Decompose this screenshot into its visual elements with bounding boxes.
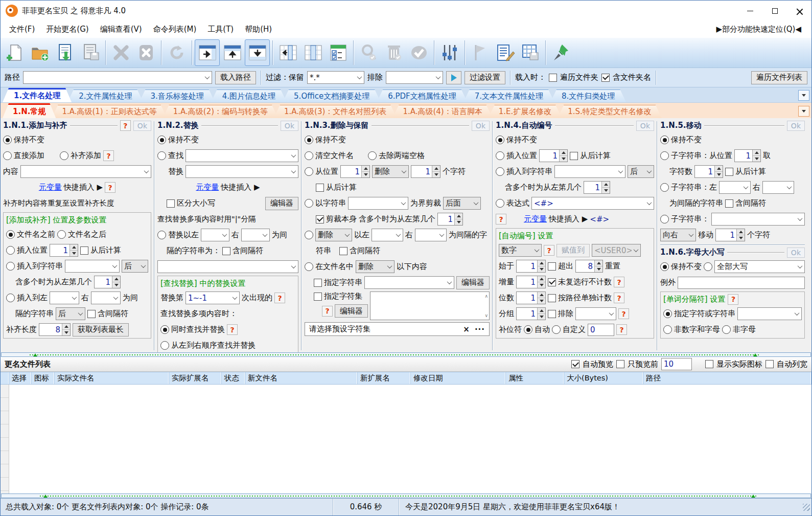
quick-insert-label[interactable]: 快捷插入 ▶ bbox=[221, 183, 260, 192]
menu-start-rename[interactable]: 开始更名(G) bbox=[40, 23, 94, 36]
path-combobox[interactable] bbox=[23, 71, 212, 84]
delete-mode-combobox[interactable]: 删除 bbox=[372, 165, 409, 178]
show-real-icons-label[interactable]: 显示实际图标 bbox=[716, 360, 762, 369]
left-sep-combobox[interactable] bbox=[719, 181, 751, 194]
traverse-folders-label[interactable]: 遍历文件夹 bbox=[560, 73, 598, 82]
digits-spinner[interactable]: 1 bbox=[516, 291, 546, 304]
keep-unchanged-radio[interactable] bbox=[660, 262, 669, 271]
metavar-link[interactable]: 元变量 bbox=[524, 214, 547, 224]
exceed-spinner[interactable]: 8 bbox=[575, 260, 603, 273]
replace-between-radio[interactable] bbox=[157, 231, 166, 239]
panel-bottom-layout-button[interactable] bbox=[245, 39, 270, 66]
chevron-down-icon[interactable] bbox=[399, 197, 408, 209]
chevron-down-icon[interactable] bbox=[220, 229, 229, 241]
number-type-combobox[interactable]: 数字 bbox=[499, 244, 542, 257]
more-presets-icon[interactable]: ··· bbox=[475, 325, 485, 334]
between-mode-combobox[interactable]: 删除 bbox=[315, 229, 352, 241]
from-pos-spinner[interactable]: 1 bbox=[734, 149, 761, 162]
ok-button[interactable]: Ok bbox=[281, 121, 298, 131]
replace-combobox[interactable] bbox=[185, 165, 298, 178]
count-from-end-checkbox[interactable] bbox=[316, 184, 324, 192]
column-size[interactable]: 大小(Bytes) bbox=[564, 372, 643, 384]
pin-button[interactable] bbox=[548, 39, 573, 66]
tab-music-tags[interactable]: 3.音乐标签处理 bbox=[139, 89, 215, 102]
cut-side-combobox[interactable]: 后面 bbox=[443, 197, 481, 210]
insert-to-string-label[interactable]: 插入到字符串 bbox=[17, 261, 63, 271]
help-button[interactable]: ? bbox=[728, 294, 738, 305]
help-button[interactable]: ? bbox=[227, 324, 238, 335]
help-button[interactable]: ? bbox=[322, 306, 333, 317]
preview-search-button[interactable] bbox=[356, 39, 381, 66]
skip-unchecked-label[interactable]: 未复选行不计数 bbox=[558, 277, 612, 287]
ok-button[interactable]: Ok bbox=[133, 121, 151, 131]
ok-button[interactable]: Ok bbox=[787, 248, 805, 258]
delete-item-button[interactable] bbox=[108, 39, 133, 66]
preview-count-input[interactable] bbox=[661, 358, 692, 370]
right-sep-combobox[interactable] bbox=[241, 229, 270, 241]
column-modified-date[interactable]: 修改日期 bbox=[411, 372, 506, 384]
column-status[interactable]: 状态 bbox=[222, 372, 245, 384]
sep-pos-combobox[interactable]: 后 bbox=[56, 307, 85, 320]
chevron-down-icon[interactable] bbox=[70, 292, 79, 304]
clear-name-radio[interactable] bbox=[305, 151, 313, 160]
pad-add-radio[interactable] bbox=[60, 151, 68, 160]
menu-command-list[interactable]: 命令列表(M) bbox=[148, 23, 202, 36]
custom-pad-input[interactable] bbox=[588, 324, 614, 336]
keep-unchanged-radio[interactable] bbox=[3, 136, 12, 144]
column-actual-filename[interactable]: 实际文件名 bbox=[55, 372, 169, 384]
chevron-down-icon[interactable] bbox=[111, 292, 120, 304]
char-count-spinner[interactable]: 1 bbox=[411, 165, 440, 178]
keep-unchanged-label[interactable]: 保持不变 bbox=[671, 135, 702, 145]
editor-button[interactable]: 编辑器 bbox=[456, 276, 490, 289]
before-name-label[interactable]: 文件名之前 bbox=[17, 230, 55, 239]
column-attributes[interactable]: 属性 bbox=[506, 372, 564, 384]
tab-advanced-encoding[interactable]: 1.A.高级(2)：编码与转换等 bbox=[163, 105, 278, 118]
insert-pos-label[interactable]: 插入位置 bbox=[506, 151, 537, 161]
chevron-down-icon[interactable] bbox=[355, 72, 364, 83]
new-file-button[interactable] bbox=[3, 39, 28, 66]
insert-to-string-combobox[interactable] bbox=[65, 260, 120, 273]
column-actual-extension[interactable]: 实际扩展名 bbox=[169, 372, 222, 384]
auto-preview-label[interactable]: 自动预览 bbox=[583, 360, 613, 369]
help-button[interactable]: ? bbox=[544, 245, 554, 256]
insert-pos-label[interactable]: 插入位置 bbox=[17, 245, 48, 255]
cut-self-label[interactable]: 剪裁本身 bbox=[326, 214, 357, 224]
increment-spinner[interactable]: 1 bbox=[516, 276, 546, 288]
editor-button[interactable]: 编辑器 bbox=[265, 197, 298, 210]
panel-right-layout-button[interactable] bbox=[195, 39, 220, 66]
insert-pos-spinner[interactable]: 1 bbox=[539, 149, 568, 162]
substring-pos-radio[interactable] bbox=[660, 151, 669, 160]
charset-textarea[interactable]: ∧∨ bbox=[370, 291, 490, 320]
chevron-down-icon[interactable] bbox=[289, 150, 298, 162]
clear-preset-icon[interactable]: × bbox=[463, 325, 470, 334]
panel-top-layout-button[interactable] bbox=[220, 39, 245, 66]
auto-col-width-checkbox[interactable] bbox=[765, 360, 774, 368]
start-spinner[interactable]: 1 bbox=[516, 260, 546, 273]
case-sensitive-label[interactable]: 区分大小写 bbox=[177, 198, 215, 208]
chevron-down-icon[interactable] bbox=[532, 244, 541, 256]
right-sep-combobox[interactable] bbox=[762, 181, 794, 194]
include-folder-name-checkbox[interactable] bbox=[601, 74, 610, 82]
auto-pad-label[interactable]: 自动 bbox=[535, 325, 550, 334]
charset-checkbox[interactable] bbox=[314, 293, 322, 301]
settings-button[interactable] bbox=[437, 39, 462, 66]
spec-string-combobox[interactable] bbox=[364, 276, 454, 289]
tab-advanced-mapping-list[interactable]: 1.A.高级(3)：文件名对照列表 bbox=[274, 105, 397, 118]
chevron-down-icon[interactable] bbox=[203, 72, 212, 83]
include-sep-label[interactable]: 含间隔符 bbox=[735, 198, 766, 208]
char-count-spinner[interactable]: 1 bbox=[694, 165, 723, 178]
left-sep-combobox[interactable] bbox=[50, 291, 79, 304]
tab-advanced-regex[interactable]: 1.A.高级(1)：正则表达式等 bbox=[52, 105, 167, 118]
case-mode-radio[interactable] bbox=[704, 262, 712, 271]
insert-between-label[interactable]: 插入到左 bbox=[17, 293, 48, 303]
auto-col-width-label[interactable]: 自动列宽 bbox=[777, 360, 807, 369]
chevron-down-icon[interactable] bbox=[139, 260, 148, 272]
chevron-down-icon[interactable] bbox=[645, 197, 654, 209]
main-tabs-dropdown-button[interactable] bbox=[798, 90, 809, 101]
substring-between-radio[interactable] bbox=[660, 183, 669, 192]
keep-unchanged-label[interactable]: 保持不变 bbox=[671, 262, 702, 272]
chevron-down-icon[interactable] bbox=[741, 182, 750, 193]
count-from-end-label[interactable]: 从后计算 bbox=[735, 167, 766, 176]
include-sep-label[interactable]: 含间隔符 bbox=[233, 246, 263, 256]
chevron-down-icon[interactable] bbox=[607, 308, 616, 320]
